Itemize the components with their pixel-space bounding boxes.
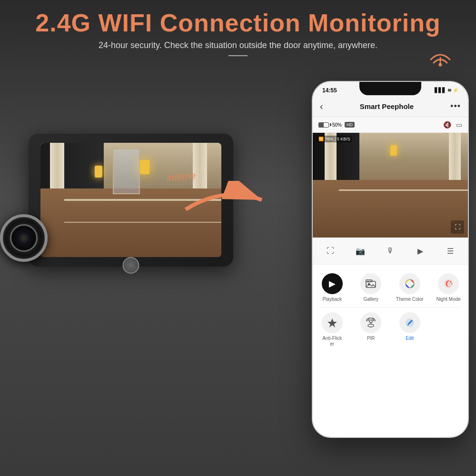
porch-light [140, 160, 149, 174]
window-left [113, 149, 140, 194]
fullscreen-icon: ⛶ [455, 224, 460, 230]
app-title: Smart Peephole [360, 102, 414, 110]
phone-body: 14:55 ▋▋▋ ≋ ⚡ ‹ Smart Peephole ••• [312, 81, 469, 438]
porch-light-2 [95, 166, 102, 178]
camera-lens-dot [19, 233, 29, 243]
layout-icon[interactable]: ▭ [456, 121, 462, 129]
battery-fill [319, 123, 324, 127]
app-content: 50% HD 🔇 ▭ [313, 117, 468, 437]
feature-anti-flicker[interactable]: Anti-Flicker [313, 307, 352, 352]
svg-point-7 [450, 281, 452, 283]
playback-icon-circle: ▶ [322, 273, 343, 294]
feed-light [390, 145, 397, 156]
menu-ctrl-btn[interactable]: ☰ [442, 242, 459, 259]
phone-screen: 14:55 ▋▋▋ ≋ ⚡ ‹ Smart Peephole ••• [313, 82, 468, 437]
antiflicker-icon-circle [322, 312, 343, 333]
device-button[interactable] [123, 257, 139, 274]
feature-pir[interactable]: PIR [352, 307, 391, 352]
antiflicker-icon [327, 317, 337, 328]
svg-rect-3 [366, 280, 372, 282]
pir-icon-circle [360, 312, 381, 333]
feed-railing [339, 189, 468, 206]
battery-tip [330, 123, 331, 126]
battery-rect [318, 122, 329, 128]
record-ctrl-icon: ▶ [417, 247, 423, 256]
night-icon-circle [438, 273, 459, 294]
cam-info-bar: 50% HD 🔇 ▭ [313, 117, 468, 133]
app-header: ‹ Smart Peephole ••• [313, 96, 468, 117]
camera-lens-inner [10, 224, 38, 252]
feature-edit[interactable]: Edit [390, 307, 429, 352]
fullscreen-ctrl-btn[interactable]: ⛶ [322, 242, 339, 259]
device-container [14, 95, 252, 405]
edit-label: Edit [406, 336, 414, 341]
status-icons: ▋▋▋ ≋ ⚡ [435, 88, 458, 93]
edit-icon-circle [399, 312, 420, 333]
svg-rect-2 [366, 281, 376, 288]
pir-label: PIR [367, 336, 375, 341]
svg-marker-9 [327, 318, 337, 327]
feature-night-mode[interactable]: Night Mode [429, 268, 468, 307]
gallery-icon-circle [360, 273, 381, 294]
record-ctrl-btn[interactable]: ▶ [412, 242, 429, 259]
cam-info-right: 🔇 ▭ [443, 121, 462, 129]
wifi-antenna [426, 43, 455, 69]
fullscreen-button[interactable]: ⛶ [451, 220, 464, 234]
theme-icon [405, 278, 415, 289]
screenshot-ctrl-btn[interactable]: 📷 [352, 242, 369, 259]
camera-lens [0, 214, 48, 262]
gallery-icon [366, 279, 376, 288]
feed-scene [313, 133, 468, 238]
night-mode-label: Night Mode [436, 297, 461, 302]
page-subtitle: 24-hour security. Check the situation ou… [0, 40, 476, 50]
status-time: 14:55 [322, 87, 337, 94]
edit-icon [405, 317, 415, 328]
phone-container: 14:55 ▋▋▋ ≋ ⚡ ‹ Smart Peephole ••• [312, 81, 469, 438]
wifi-signal-text: 🛜 76% | 5 KB/S [318, 137, 350, 141]
svg-point-11 [368, 324, 374, 327]
screenshot-ctrl-icon: 📷 [356, 247, 365, 256]
connection-arrow [181, 181, 267, 221]
svg-point-10 [369, 320, 372, 323]
feed-floor [313, 180, 468, 238]
feature-placeholder [429, 307, 468, 352]
controls-bar: ⛶ 📷 🎙 ▶ ☰ [313, 238, 468, 265]
battery-indicator: 50% [318, 122, 342, 128]
antiflicker-label: Anti-Flicker [322, 336, 342, 347]
back-button[interactable]: ‹ [320, 101, 323, 112]
feature-gallery[interactable]: Gallery [352, 268, 391, 307]
quality-badge: HD [345, 122, 355, 128]
fullscreen-ctrl-icon: ⛶ [327, 247, 334, 255]
page-title: 2.4G WIFI Connection Monitoring [0, 10, 476, 37]
cam-info-left: 50% HD [318, 122, 355, 128]
header-divider [228, 55, 248, 56]
menu-button[interactable]: ••• [450, 101, 461, 111]
wifi-status-icon: ≋ [447, 88, 451, 93]
feature-grid: ▶ Playback [313, 265, 468, 356]
theme-label: Theme Color [396, 297, 424, 302]
mute-icon[interactable]: 🔇 [443, 121, 451, 129]
battery-percent: 50% [332, 122, 342, 128]
signal-icon: ▋▋▋ [435, 88, 446, 93]
feature-theme-color[interactable]: Theme Color [390, 268, 429, 307]
wifi-signal-overlay: 🛜 76% | 5 KB/S [317, 136, 352, 142]
feature-playback[interactable]: ▶ Playback [313, 268, 352, 307]
theme-icon-circle [399, 273, 420, 294]
svg-point-1 [439, 63, 442, 67]
night-icon [443, 278, 454, 289]
microphone-ctrl-icon: 🎙 [387, 247, 394, 255]
phone-notch [359, 82, 421, 95]
battery-status-icon: ⚡ [453, 88, 458, 93]
playback-label: Playback [322, 297, 342, 302]
pir-icon [366, 317, 376, 328]
svg-point-8 [451, 283, 452, 284]
microphone-ctrl-btn[interactable]: 🎙 [382, 242, 399, 259]
playback-icon: ▶ [329, 278, 336, 289]
gallery-label: Gallery [363, 297, 378, 302]
camera-feed[interactable]: 🛜 76% | 5 KB/S ⛶ [313, 133, 468, 238]
menu-ctrl-icon: ☰ [447, 247, 454, 256]
header-section: 2.4G WIFI Connection Monitoring 24-hour … [0, 10, 476, 56]
